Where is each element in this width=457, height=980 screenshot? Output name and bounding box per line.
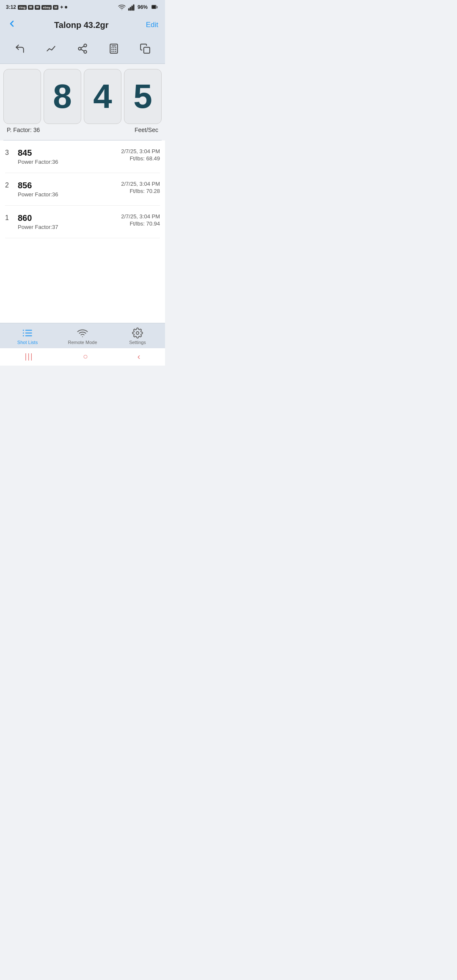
shot-ftlbs-2: Ft/lbs: 70.28 xyxy=(121,188,160,194)
header: Talonp 43.2gr Edit xyxy=(0,14,165,36)
calculator-button[interactable] xyxy=(105,41,123,58)
svg-rect-3 xyxy=(133,5,134,11)
home-button[interactable]: ○ xyxy=(83,352,88,361)
page-title: Talonp 43.2gr xyxy=(54,20,109,30)
shot-main-3: 845 Power Factor:36 xyxy=(18,148,121,165)
shot-number-2: 2 xyxy=(5,181,18,189)
battery-icon xyxy=(150,4,159,10)
chart-button[interactable] xyxy=(42,41,60,58)
svg-rect-6 xyxy=(152,6,156,8)
calculator-icon xyxy=(108,43,119,54)
status-notification-icons: ring ✉ ✉ ebay M ✦ xyxy=(18,5,67,10)
svg-rect-0 xyxy=(128,8,129,11)
mail-icon-2: ✉ xyxy=(35,5,40,10)
power-factor-label: P. Factor: 36 xyxy=(7,127,40,133)
status-bar: 3:12 ring ✉ ✉ ebay M ✦ 96% xyxy=(0,0,165,14)
settings-label: Settings xyxy=(129,340,146,345)
digit-tile-3: 5 xyxy=(124,69,162,124)
shot-main-2: 856 Power Factor:36 xyxy=(18,181,121,198)
battery-text: 96% xyxy=(138,4,148,10)
shot-item-1[interactable]: 1 860 Power Factor:37 2/7/25, 3:04 PM Ft… xyxy=(5,206,160,238)
display-meta: P. Factor: 36 Feet/Sec xyxy=(3,124,162,138)
undo-icon xyxy=(14,43,25,54)
shot-speed-3: 845 xyxy=(18,148,121,158)
shot-date-1: 2/7/25, 3:04 PM xyxy=(121,213,160,220)
copy-button[interactable] xyxy=(136,41,154,58)
system-nav-bar: ||| ○ ‹ xyxy=(0,348,165,366)
share-icon xyxy=(77,43,88,54)
digit-tile-0 xyxy=(3,69,41,124)
back-arrow-icon xyxy=(7,19,17,29)
empty-content-area xyxy=(0,238,165,323)
copy-icon xyxy=(140,43,151,54)
dot-icon xyxy=(65,6,67,8)
digit-tile-1: 8 xyxy=(44,69,81,124)
svg-rect-2 xyxy=(132,6,132,11)
signal-icon xyxy=(128,3,135,11)
chart-icon xyxy=(46,43,57,54)
nav-item-shot-lists[interactable]: Shot Lists xyxy=(0,328,55,345)
ebay-icon: ebay xyxy=(41,5,52,10)
recent-apps-button[interactable]: ||| xyxy=(25,352,33,361)
gmail-icon: M xyxy=(53,5,58,10)
share-button[interactable] xyxy=(74,41,91,58)
status-right-icons: 96% xyxy=(118,3,159,11)
back-nav-button[interactable]: ‹ xyxy=(138,352,140,361)
shot-number-3: 3 xyxy=(5,148,18,157)
svg-rect-23 xyxy=(144,47,150,53)
shot-right-1: 2/7/25, 3:04 PM Ft/lbs: 70.94 xyxy=(121,213,160,227)
nav-item-remote-mode[interactable]: Remote Mode xyxy=(55,328,110,345)
shot-right-3: 2/7/25, 3:04 PM Ft/lbs: 68.49 xyxy=(121,148,160,162)
mail-icon-1: ✉ xyxy=(28,5,33,10)
digit-tile-2: 4 xyxy=(84,69,121,124)
remote-mode-icon xyxy=(77,328,88,339)
shot-pf-3: Power Factor:36 xyxy=(18,159,121,165)
svg-line-11 xyxy=(81,46,84,48)
remote-mode-label: Remote Mode xyxy=(68,340,97,345)
shot-pf-2: Power Factor:36 xyxy=(18,191,121,198)
digit-tiles: 8 4 5 xyxy=(3,69,162,124)
wifi-icon xyxy=(118,3,126,11)
shot-list: 3 845 Power Factor:36 2/7/25, 3:04 PM Ft… xyxy=(0,140,165,238)
shot-item-2[interactable]: 2 856 Power Factor:36 2/7/25, 3:04 PM Ft… xyxy=(5,173,160,206)
unit-label: Feet/Sec xyxy=(135,127,158,133)
shot-lists-label: Shot Lists xyxy=(17,340,38,345)
sparkle-icon: ✦ xyxy=(60,5,63,10)
shot-number-1: 1 xyxy=(5,213,18,222)
shot-main-1: 860 Power Factor:37 xyxy=(18,213,121,230)
shot-ftlbs-3: Ft/lbs: 68.49 xyxy=(121,155,160,162)
shot-date-2: 2/7/25, 3:04 PM xyxy=(121,181,160,187)
display-section: 8 4 5 P. Factor: 36 Feet/Sec xyxy=(0,64,165,140)
shot-speed-1: 860 xyxy=(18,213,121,223)
ring-icon: ring xyxy=(18,5,27,10)
svg-point-30 xyxy=(136,332,139,335)
undo-button[interactable] xyxy=(11,41,29,58)
nav-item-settings[interactable]: Settings xyxy=(110,328,165,345)
shot-pf-1: Power Factor:37 xyxy=(18,224,121,230)
svg-rect-1 xyxy=(130,7,131,11)
shot-speed-2: 856 xyxy=(18,181,121,190)
edit-button[interactable]: Edit xyxy=(146,21,158,29)
shot-ftlbs-1: Ft/lbs: 70.94 xyxy=(121,220,160,227)
shot-date-3: 2/7/25, 3:04 PM xyxy=(121,148,160,154)
toolbar xyxy=(0,36,165,64)
svg-line-10 xyxy=(81,50,84,51)
shot-lists-icon xyxy=(22,328,33,339)
settings-icon xyxy=(132,328,143,339)
status-time: 3:12 ring ✉ ✉ ebay M ✦ xyxy=(6,4,67,10)
shot-right-2: 2/7/25, 3:04 PM Ft/lbs: 70.28 xyxy=(121,181,160,194)
shot-item-3[interactable]: 3 845 Power Factor:36 2/7/25, 3:04 PM Ft… xyxy=(5,140,160,173)
bottom-navigation: Shot Lists Remote Mode Settings xyxy=(0,323,165,348)
back-button[interactable] xyxy=(7,19,17,31)
